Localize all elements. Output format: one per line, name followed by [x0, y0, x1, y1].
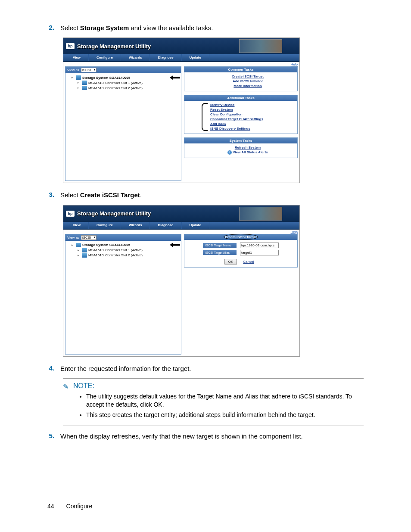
note-title: NOTE: [73, 382, 94, 390]
controller-icon [82, 81, 87, 85]
cancel-button[interactable]: Cancel [240, 259, 257, 264]
note-item: This step creates the target entity; add… [86, 411, 364, 420]
row-target-name: iSCSI Target Name iqn.1986-03.com.hp:s [187, 243, 295, 248]
note-item: The utility suggests default values for … [86, 392, 364, 409]
link-clear-configuration[interactable]: Clear Configuration [210, 112, 294, 117]
help-link[interactable]: Help [291, 62, 298, 66]
hp-logo-icon: hp [66, 43, 75, 49]
expand-icon[interactable]: ▸ [78, 86, 81, 90]
view-as-bar: View as iSCSI [65, 67, 181, 73]
tab-configure[interactable]: Configure [89, 222, 121, 229]
step-number: 3. [47, 191, 60, 199]
panel-title: Additional Tasks [184, 95, 297, 101]
system-icon [76, 243, 81, 247]
tab-configure[interactable]: Configure [89, 54, 121, 61]
create-target-form: Create iSCSI Target iSCSI Target Name iq… [184, 234, 298, 268]
callout-arrow-icon [170, 243, 180, 247]
row-target-alias: iSCSI Target Alias target1 [187, 250, 295, 255]
link-refresh-system[interactable]: Refresh System [202, 145, 294, 150]
screenshot-tasks: hp Storage Management Utility View Confi… [63, 37, 300, 183]
panel-title: Common Tasks [184, 67, 297, 72]
link-add-isns[interactable]: Add iSNS [210, 121, 294, 126]
step-text: When the display refreshes, verify that … [60, 432, 303, 441]
link-add-iscsi-initiator[interactable]: Add iSCSI Initiator [202, 79, 294, 84]
step-number: 2. [47, 24, 60, 32]
app-title: Storage Management Utility [77, 210, 151, 217]
step-4: 4. Enter the requested information for t… [47, 364, 364, 373]
expand-icon[interactable]: ▸ [72, 76, 75, 79]
view-as-label: View as [67, 68, 79, 72]
link-isns-discovery[interactable]: iSNS Discovery Settings [210, 126, 294, 131]
ok-button[interactable]: OK [224, 259, 237, 264]
app-header: hp Storage Management Utility [63, 38, 299, 54]
input-target-alias[interactable]: target1 [240, 250, 279, 255]
expand-icon[interactable]: ▸ [78, 254, 81, 257]
tab-wizards[interactable]: Wizards [121, 222, 150, 229]
form-pane: Create iSCSI Target iSCSI Target Name iq… [184, 234, 298, 355]
header-photo [239, 39, 282, 53]
step-3: 3. Select Create iSCSI Target. [47, 191, 364, 199]
expand-icon[interactable]: ▸ [78, 81, 81, 84]
tree-pane: View as iSCSI ▸ Storage System SGA614000… [65, 234, 181, 355]
additional-tasks-panel: Additional Tasks Identify Device Reset S… [184, 95, 298, 134]
info-icon: i [227, 150, 232, 155]
tree-pane: View as iSCSI ▸ Storage System SGA614000… [65, 66, 181, 181]
step-text: Enter the requested information for the … [60, 364, 191, 373]
common-tasks-panel: Common Tasks Create iSCSI Target Add iSC… [184, 66, 298, 91]
step-2: 2. Select Storage System and view the av… [47, 24, 364, 32]
input-target-name[interactable]: iqn.1986-03.com.hp:s [240, 243, 279, 248]
link-canonical-chap[interactable]: Canonical Target CHAP Settings [210, 117, 294, 121]
link-reset-system[interactable]: Reset System [210, 107, 294, 112]
help-link[interactable]: Help [291, 230, 298, 234]
system-icon [76, 75, 81, 80]
tree-controller-1[interactable]: ▸ MSA1510i Controller Slot 1 (Active) [67, 80, 179, 85]
tab-view[interactable]: View [65, 222, 89, 229]
view-as-select[interactable]: iSCSI [81, 235, 97, 240]
label-target-alias: iSCSI Target Alias [203, 250, 237, 255]
tree-root[interactable]: ▸ Storage System SGA6140005 [67, 243, 179, 248]
tasks-pane: Common Tasks Create iSCSI Target Add iSC… [184, 66, 298, 181]
label-target-name: iSCSI Target Name [203, 243, 237, 248]
tree-root[interactable]: ▸ Storage System SGA6140005 [67, 75, 179, 80]
link-more-information[interactable]: More Information [202, 84, 294, 88]
form-title: Create iSCSI Target [184, 234, 297, 240]
expand-icon[interactable]: ▸ [72, 243, 75, 247]
note-block: NOTE: The utility suggests default value… [63, 378, 364, 426]
callout-arrow-icon [170, 75, 180, 80]
step-text: Select Storage System and view the avail… [60, 24, 213, 32]
view-as-bar: View as iSCSI [65, 234, 181, 241]
link-identify-device[interactable]: Identify Device [210, 103, 294, 107]
tab-diagnose[interactable]: Diagnose [150, 222, 181, 229]
app-header: hp Storage Management Utility [63, 205, 299, 222]
expand-icon[interactable]: ▸ [78, 249, 81, 252]
section-name: Configure [66, 503, 93, 510]
tab-bar: View Configure Wizards Diagnose Update H… [63, 222, 299, 230]
callout-bracket-icon [202, 103, 208, 131]
page-number: 44 [47, 503, 54, 510]
step-text: Select Create iSCSI Target. [60, 191, 142, 199]
link-view-all-alerts[interactable]: iView All Status Alerts [202, 150, 294, 155]
controller-icon [82, 86, 87, 90]
page-footer: 44 Configure [47, 503, 92, 510]
tree-controller-2[interactable]: ▸ MSA1510i Controller Slot 2 (Active) [67, 253, 179, 258]
controller-icon [82, 248, 87, 252]
view-as-select[interactable]: iSCSI [81, 68, 97, 72]
tab-view[interactable]: View [65, 54, 89, 61]
step-number: 4. [47, 364, 60, 373]
note-icon [63, 383, 71, 389]
tree-controller-1[interactable]: ▸ MSA1510i Controller Slot 1 (Active) [67, 248, 179, 253]
link-create-iscsi-target[interactable]: Create iSCSI Target [202, 74, 294, 79]
panel-title: System Tasks [184, 138, 297, 143]
step-number: 5. [47, 432, 60, 441]
tab-update[interactable]: Update [182, 222, 209, 229]
hp-logo-icon: hp [66, 211, 75, 217]
system-tasks-panel: System Tasks Refresh System iView All St… [184, 137, 298, 158]
header-photo [239, 207, 282, 221]
tab-update[interactable]: Update [182, 54, 209, 61]
tab-wizards[interactable]: Wizards [121, 54, 150, 61]
tab-bar: View Configure Wizards Diagnose Update H… [63, 54, 299, 62]
tree-controller-2[interactable]: ▸ MSA1510i Controller Slot 2 (Active) [67, 85, 179, 90]
screenshot-create-target: hp Storage Management Utility View Confi… [63, 205, 300, 357]
app-title: Storage Management Utility [77, 43, 151, 50]
tab-diagnose[interactable]: Diagnose [150, 54, 181, 61]
